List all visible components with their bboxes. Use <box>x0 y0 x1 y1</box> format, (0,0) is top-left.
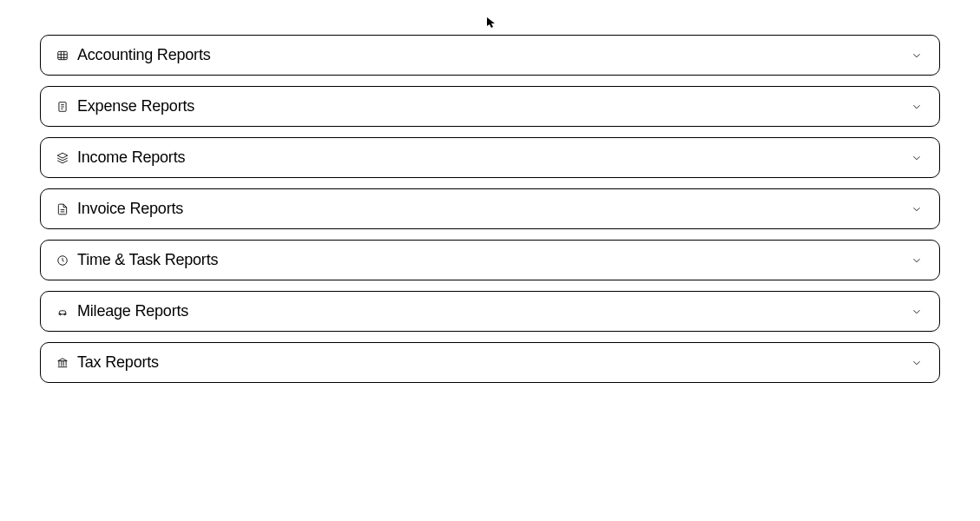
clock-icon <box>56 254 69 267</box>
svg-marker-15 <box>58 358 68 360</box>
accordion-time-task-reports[interactable]: Time & Task Reports <box>40 240 940 280</box>
chevron-down-icon <box>910 49 924 63</box>
accordion-label: Time & Task Reports <box>77 251 910 269</box>
accordion-tax-reports[interactable]: Tax Reports <box>40 342 940 383</box>
chevron-down-icon <box>910 305 924 319</box>
svg-marker-9 <box>57 153 68 158</box>
accordion-label: Mileage Reports <box>77 302 910 320</box>
chevron-down-icon <box>910 202 924 216</box>
bank-icon <box>56 357 69 369</box>
report-accordion-list: Accounting Reports Expense Reports Incom… <box>40 35 940 383</box>
chevron-down-icon <box>910 254 924 267</box>
stack-icon <box>56 152 69 164</box>
accordion-mileage-reports[interactable]: Mileage Reports <box>40 291 940 332</box>
table-icon <box>56 49 69 62</box>
accordion-income-reports[interactable]: Income Reports <box>40 137 940 178</box>
mouse-cursor <box>487 16 497 26</box>
chevron-down-icon <box>910 151 924 165</box>
accordion-invoice-reports[interactable]: Invoice Reports <box>40 188 940 229</box>
file-icon <box>56 203 69 215</box>
accordion-label: Invoice Reports <box>77 200 910 218</box>
chevron-down-icon <box>910 356 924 370</box>
car-icon <box>56 306 69 318</box>
accordion-label: Accounting Reports <box>77 46 910 64</box>
receipt-icon <box>56 101 69 113</box>
accordion-expense-reports[interactable]: Expense Reports <box>40 86 940 127</box>
svg-rect-0 <box>58 51 68 59</box>
accordion-label: Expense Reports <box>77 97 910 115</box>
accordion-accounting-reports[interactable]: Accounting Reports <box>40 35 940 76</box>
accordion-label: Income Reports <box>77 148 910 167</box>
chevron-down-icon <box>910 100 924 114</box>
accordion-label: Tax Reports <box>77 353 910 372</box>
